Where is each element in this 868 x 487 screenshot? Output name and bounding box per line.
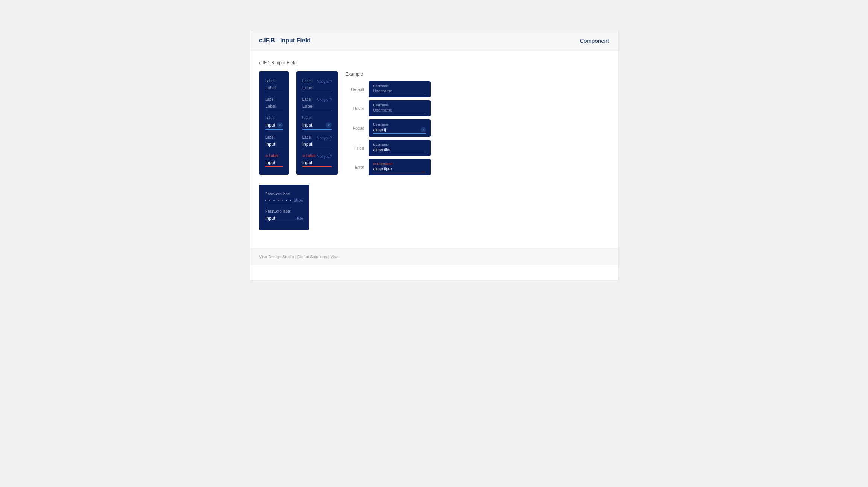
password-dots: • • • • • • • bbox=[265, 199, 292, 202]
input-group: Label Label bbox=[265, 97, 283, 110]
field-wrapper: Label bbox=[302, 84, 332, 92]
example-field-label: Username bbox=[373, 103, 426, 107]
example-panel: Username Username bbox=[369, 100, 431, 116]
input-group: Label Label bbox=[265, 79, 283, 92]
example-row-focus: Focus Username alexmi| × bbox=[345, 119, 609, 137]
field-wrapper: Label bbox=[302, 103, 332, 110]
field-wrapper: Input bbox=[302, 141, 332, 148]
password-panel-col: Password label • • • • • • • Show Passwo… bbox=[259, 185, 309, 230]
password-visible-group: Password label Input Hide bbox=[265, 209, 303, 222]
password-hidden-group: Password label • • • • • • • Show bbox=[265, 192, 303, 204]
example-panel: Username alexmi| × bbox=[369, 119, 431, 137]
field-value: Input bbox=[302, 160, 332, 165]
example-row-default: Default Username Username bbox=[345, 81, 609, 97]
clear-button[interactable]: × bbox=[277, 122, 283, 128]
example-field-value: alexmilper bbox=[373, 166, 426, 171]
not-you-link[interactable]: Not you? bbox=[317, 136, 332, 140]
field-wrapper-active: Input × bbox=[302, 121, 332, 130]
state-label-hover: Hover bbox=[345, 106, 364, 111]
show-password-button[interactable]: Show bbox=[294, 198, 303, 203]
field-wrapper-error: Input bbox=[302, 159, 332, 167]
example-header: Example bbox=[345, 71, 609, 77]
input-group: Label Not you? Input bbox=[302, 135, 332, 148]
field-wrapper: Input bbox=[265, 141, 283, 148]
input-group: Label Input bbox=[265, 135, 283, 148]
field-label: Label bbox=[302, 135, 311, 139]
error-icon: ⊘ bbox=[302, 154, 305, 158]
example-field-wrapper: Username bbox=[373, 108, 426, 113]
password-label: Password label bbox=[265, 192, 303, 196]
field-value: Input bbox=[302, 142, 332, 147]
not-you-link[interactable]: Not you? bbox=[317, 154, 332, 159]
example-field-label: Username bbox=[373, 143, 426, 147]
field-label-error: ⊘Label bbox=[302, 154, 315, 158]
password-panels-row: Password label • • • • • • • Show Passwo… bbox=[259, 185, 609, 230]
password-value: Input bbox=[265, 216, 294, 221]
state-label-error: Error bbox=[345, 165, 364, 169]
field-wrapper: Label bbox=[265, 84, 283, 92]
field-wrapper-active: Input × bbox=[265, 121, 283, 130]
example-row-filled: Filled Username alexmiller bbox=[345, 140, 609, 156]
example-field-placeholder: Username bbox=[373, 89, 426, 93]
example-field-wrapper: Username bbox=[373, 89, 426, 94]
field-placeholder: Label bbox=[302, 85, 332, 91]
panel2: Label Not you? Label Label Not you? bbox=[296, 71, 338, 175]
example-field-value: alexmi| bbox=[373, 127, 421, 132]
example-field-value: alexmiller bbox=[373, 147, 426, 152]
hide-password-button[interactable]: Hide bbox=[295, 216, 303, 221]
state-label-default: Default bbox=[345, 87, 364, 92]
field-wrapper: Label bbox=[265, 103, 283, 110]
example-panel: Username Username bbox=[369, 81, 431, 97]
example-field-label: Username bbox=[373, 123, 426, 126]
field-wrapper-error: Input bbox=[265, 159, 283, 167]
field-label: Label bbox=[302, 79, 311, 83]
input-group-error: ⊘Label Input bbox=[265, 154, 283, 167]
state-label-filled: Filled bbox=[345, 146, 364, 150]
field-value: Input bbox=[302, 123, 325, 128]
footer: Visa Design Studio | Digital Solutions |… bbox=[250, 248, 618, 265]
panel1: Label Label Label Label bbox=[259, 71, 289, 175]
input-group: Label Input × bbox=[302, 116, 332, 130]
example-clear-button[interactable]: × bbox=[421, 127, 426, 132]
error-icon: ⊘ bbox=[265, 154, 268, 158]
example-field-wrapper: alexmiller bbox=[373, 147, 426, 153]
example-row-error: Error ⊘Username alexmilper bbox=[345, 159, 609, 175]
field-placeholder: Label bbox=[265, 104, 283, 109]
example-field-wrapper-error: alexmilper bbox=[373, 166, 426, 172]
not-you-link[interactable]: Not you? bbox=[317, 98, 332, 102]
field-value: Input bbox=[265, 123, 275, 128]
section-label: c.IF.1.B Input Field bbox=[259, 60, 609, 65]
example-field-wrapper-focus: alexmi| × bbox=[373, 127, 426, 134]
card-header: c.IF.B - Input Field Component bbox=[250, 30, 618, 51]
input-group: Label Not you? Label bbox=[302, 97, 332, 110]
password-visible-wrapper: Input Hide bbox=[265, 215, 303, 222]
card-title: c.IF.B - Input Field bbox=[259, 37, 311, 44]
input-group: Label Not you? Label bbox=[302, 79, 332, 92]
clear-button[interactable]: × bbox=[326, 122, 332, 128]
example-field-placeholder: Username bbox=[373, 108, 426, 112]
field-label: Label bbox=[302, 97, 311, 101]
field-label: Label bbox=[265, 116, 283, 120]
footer-text: Visa Design Studio | Digital Solutions |… bbox=[259, 254, 338, 259]
field-placeholder: Label bbox=[265, 85, 283, 91]
example-row-hover: Hover Username Username bbox=[345, 100, 609, 116]
password-hidden-wrapper: • • • • • • • Show bbox=[265, 197, 303, 204]
component-label: Component bbox=[580, 38, 609, 44]
state-label-focus: Focus bbox=[345, 126, 364, 130]
error-icon: ⊘ bbox=[373, 162, 376, 166]
field-label: Label bbox=[265, 79, 283, 83]
field-label: Label bbox=[302, 116, 332, 120]
input-group-error: ⊘Label Not you? Input bbox=[302, 154, 332, 167]
field-value: Input bbox=[265, 160, 283, 165]
example-section: Example Default Username Username bbox=[345, 71, 609, 178]
not-you-link[interactable]: Not you? bbox=[317, 80, 332, 84]
field-label: Label bbox=[265, 97, 283, 101]
example-panel: Username alexmiller bbox=[369, 140, 431, 156]
example-field-label-error: ⊘Username bbox=[373, 162, 426, 166]
content-area: c.IF.1.B Input Field Label Label bbox=[250, 51, 618, 239]
example-rows: Default Username Username Hover bbox=[345, 81, 609, 178]
field-label-error: ⊘Label bbox=[265, 154, 283, 158]
password-dark-panel: Password label • • • • • • • Show Passwo… bbox=[259, 185, 309, 230]
dark-panel-2: Label Not you? Label Label Not you? bbox=[296, 71, 338, 175]
password-label: Password label bbox=[265, 209, 303, 213]
